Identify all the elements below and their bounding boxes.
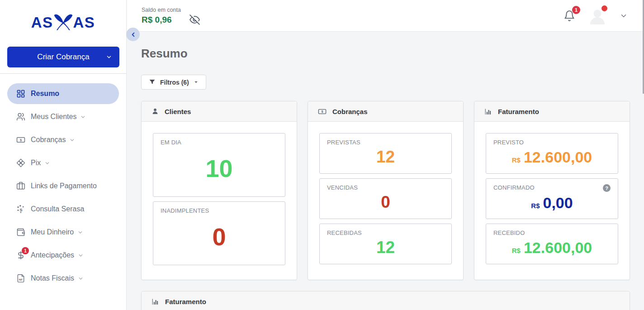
sidebar-item-label: Notas Fiscais — [31, 274, 74, 282]
stat-value: 0,00 — [543, 195, 573, 210]
invoice-icon: NF — [16, 274, 25, 283]
faturamento-card-header: Faturamento — [474, 101, 630, 122]
stat-value: 12 — [376, 148, 395, 165]
caret-down-icon — [194, 80, 199, 85]
sidebar-item-antecipacoes[interactable]: 1 Antecipações — [7, 245, 119, 266]
sidebar-item-consulta-serasa[interactable]: s Consulta Serasa — [7, 199, 119, 219]
chevron-down-icon[interactable] — [620, 12, 628, 20]
banknote-icon: $ — [16, 135, 25, 144]
asaas-wings-icon — [53, 12, 74, 31]
sidebar-item-label: Links de Pagamento — [31, 182, 97, 190]
users-icon — [16, 112, 25, 121]
currency-prefix: R$ — [512, 247, 521, 254]
svg-text:s: s — [19, 206, 22, 212]
eye-off-icon — [189, 14, 200, 25]
faturamento-chart-card-header: Faturamento — [142, 291, 630, 310]
card-title: Clientes — [165, 108, 191, 115]
stat-value: 12.600,00 — [524, 149, 592, 165]
cobrancas-card: $ Cobranças PREVISTAS 12 VENCIDAS 0 RECE… — [308, 101, 464, 280]
collapse-sidebar-button[interactable] — [126, 28, 140, 41]
summary-cards-row: Clientes EM DIA 10 INADIMPLENTES 0 — [141, 101, 630, 280]
balance-block: Saldo em conta R$ 0,96 — [142, 6, 200, 25]
stat-value: 0 — [381, 194, 390, 210]
sidebar-menu: Resumo Meus Clientes $ Cobranças — [0, 74, 126, 289]
card-title: Faturamento — [165, 298, 206, 305]
sidebar-item-label: Consulta Serasa — [31, 205, 84, 213]
sidebar-item-label: Pix — [31, 159, 41, 167]
antecipacoes-badge: 1 — [22, 247, 29, 254]
stat-label: PREVISTAS — [327, 139, 444, 146]
balance-label: Saldo em conta — [142, 7, 200, 13]
sidebar-item-pix[interactable]: Pix — [7, 153, 119, 173]
stat-value: 12 — [376, 239, 395, 256]
currency-prefix: R$ — [512, 156, 521, 164]
sidebar-item-label: Meu Dinheiro — [31, 228, 74, 236]
stat-vencidas: VENCIDAS 0 — [319, 178, 452, 219]
dollar-icon: 1 — [16, 251, 25, 260]
topbar: Saldo em conta R$ 0,96 — [127, 0, 644, 32]
stat-recebido: RECEBIDO R$ 12.600,00 — [486, 224, 618, 264]
stat-value: 12.600,00 — [524, 240, 592, 255]
hide-balance-button[interactable] — [189, 14, 200, 25]
stat-recebidas: RECEBIDAS 12 — [319, 224, 452, 264]
stat-em-dia: EM DIA 10 — [153, 133, 285, 197]
notifications-badge: 1 — [572, 6, 580, 14]
person-icon — [152, 108, 159, 115]
clientes-card-header: Clientes — [142, 101, 297, 122]
svg-text:NF: NF — [19, 278, 23, 281]
stat-label: INADIMPLENTES — [161, 207, 278, 214]
dashboard-icon — [16, 89, 25, 98]
stat-label: VENCIDAS — [327, 184, 444, 191]
sidebar: AS AS Criar Cobrança Resumo — [0, 0, 127, 310]
sidebar-item-resumo[interactable]: Resumo — [7, 83, 119, 104]
stat-previsto: PREVISTO R$ 12.600,00 — [486, 133, 618, 174]
svg-text:$: $ — [20, 138, 22, 142]
sidebar-item-label: Resumo — [31, 90, 59, 98]
stat-previstas: PREVISTAS 12 — [319, 133, 452, 174]
create-charge-button[interactable]: Criar Cobrança — [7, 47, 119, 67]
sidebar-item-meu-dinheiro[interactable]: Meu Dinheiro — [7, 222, 119, 243]
chevron-down-icon — [44, 160, 50, 166]
main-content: Resumo Filtros (6) Clientes EM DIA — [127, 32, 644, 310]
stat-label: CONFIRMADO — [493, 184, 535, 191]
serasa-icon: s — [16, 205, 25, 214]
sidebar-item-label: Cobranças — [31, 136, 66, 144]
chevron-down-icon — [69, 137, 75, 143]
chevron-down-icon — [77, 229, 83, 235]
stat-value: 0 — [212, 224, 226, 249]
avatar-status-dot — [601, 5, 607, 11]
filters-button-label: Filtros (6) — [160, 79, 189, 86]
clientes-card: Clientes EM DIA 10 INADIMPLENTES 0 — [141, 101, 297, 280]
help-icon[interactable]: ? — [603, 184, 611, 192]
sidebar-item-notas-fiscais[interactable]: NF Notas Fiscais — [7, 268, 119, 289]
card-title: Cobranças — [332, 108, 368, 115]
card-title: Faturamento — [498, 108, 539, 115]
filters-button[interactable]: Filtros (6) — [141, 75, 206, 90]
faturamento-chart-card: Faturamento — [141, 291, 630, 310]
stat-confirmado: CONFIRMADO ? R$ 0,00 — [486, 178, 618, 219]
cobrancas-card-header: $ Cobranças — [308, 101, 463, 122]
chevron-down-icon — [78, 253, 84, 258]
sidebar-item-meus-clientes[interactable]: Meus Clientes — [7, 106, 119, 127]
chevron-left-icon — [130, 31, 137, 38]
bar-chart-icon — [152, 298, 159, 305]
sidebar-item-cobrancas[interactable]: $ Cobranças — [7, 129, 119, 150]
wallet-icon — [16, 228, 25, 237]
banknote-icon: $ — [318, 107, 327, 116]
svg-text:$: $ — [322, 110, 323, 114]
logo-text-right: AS — [73, 14, 95, 32]
briefcase-icon — [16, 181, 25, 191]
user-menu-button[interactable] — [587, 5, 608, 26]
sidebar-item-label: Meus Clientes — [31, 113, 76, 121]
pix-icon — [16, 158, 25, 167]
stat-value: 10 — [205, 156, 232, 181]
logo-text-left: AS — [31, 14, 53, 32]
faturamento-card: Faturamento PREVISTO R$ 12.600,00 CONFIR… — [474, 101, 630, 280]
sidebar-item-links-de-pagamento[interactable]: Links de Pagamento — [7, 176, 119, 196]
asaas-logo[interactable]: AS AS — [0, 8, 126, 32]
create-charge-label: Criar Cobrança — [37, 52, 89, 62]
stat-label: RECEBIDAS — [327, 229, 444, 236]
chevron-down-icon — [78, 276, 84, 281]
bar-chart-icon — [484, 108, 492, 115]
notifications-button[interactable]: 1 — [564, 10, 575, 22]
